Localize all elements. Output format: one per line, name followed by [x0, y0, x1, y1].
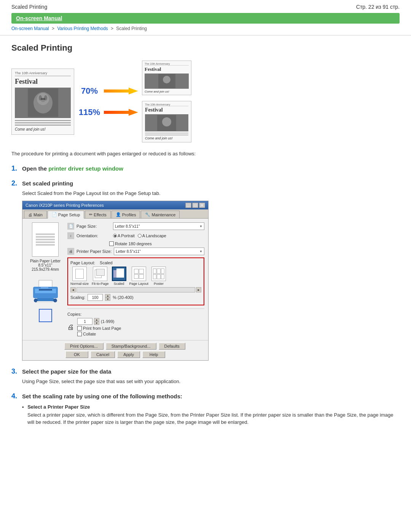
copies-input[interactable]: 1	[77, 318, 92, 325]
landscape-radio[interactable]: A Landscape	[138, 233, 166, 238]
landscape-label-icon: A	[142, 233, 145, 238]
printer-paper-label: Printer Paper Size:	[76, 249, 112, 254]
dialog-titlebar: Canon iX210P series Printing Preferences…	[22, 201, 208, 209]
dog-svg	[28, 88, 58, 117]
layout-page-box	[132, 267, 146, 281]
step-4: 4. Set the scaling rate by using one of …	[11, 392, 400, 426]
tab-effects[interactable]: ✏ Effects	[85, 211, 110, 218]
printer-paper-select[interactable]: Letter 8.5"x11" ▼	[114, 248, 204, 255]
step-2-title: Set scaled printing	[22, 180, 73, 187]
scroll-right-btn[interactable]: ►	[196, 287, 201, 292]
layout-poster[interactable]: Poster	[151, 267, 166, 286]
setting-orientation: ↕ Orientation: A Portrait A Land	[67, 232, 204, 239]
orientation-icon: ↕	[67, 232, 74, 239]
page-size-label: Page Size:	[76, 224, 111, 228]
stamp-background-button[interactable]: Stamp/Background...	[106, 343, 156, 350]
close-button[interactable]: ✕	[199, 203, 205, 208]
print-options-button[interactable]: Print Options...	[64, 343, 104, 350]
rotate-row: Rotate 180 degrees	[109, 241, 204, 246]
scaling-spin-up[interactable]: ▲	[105, 294, 110, 297]
defaults-button[interactable]: Defaults	[159, 343, 185, 350]
help-button[interactable]: Help	[142, 351, 165, 358]
scroll-track[interactable]	[76, 287, 195, 292]
preview-paper	[32, 222, 59, 257]
rotate-checkbox-box	[109, 241, 114, 246]
breadcrumb-link-2[interactable]: Various Printing Methods	[57, 26, 108, 31]
preview-label: Plain Paper Letter 8.5"x11" 215.9x279.4m…	[26, 259, 64, 272]
cancel-button[interactable]: Cancel	[91, 351, 115, 358]
tab-main[interactable]: 🖨 Main	[24, 211, 47, 218]
svg-rect-17	[37, 298, 54, 301]
copies-spin-down[interactable]: ▼	[94, 321, 99, 325]
scaling-label: Scaling:	[70, 295, 85, 300]
dialog-tabs: 🖨 Main 📄 Page Setup ✏ Effects 👤 Profiles…	[22, 209, 208, 219]
percent-70: 70%	[78, 86, 101, 96]
festival-title-small: Festival	[145, 66, 189, 72]
orientation-label: Orientation:	[76, 233, 111, 238]
minimize-button[interactable]: _	[185, 203, 191, 208]
svg-point-13	[162, 117, 171, 126]
step-4-title: Set the scaling rate by using one of the…	[22, 393, 182, 399]
green-banner: On-screen Manual	[11, 13, 400, 24]
festival-anniversary: The 10th Anniversary	[15, 71, 71, 76]
step-3: 3. Select the paper size for the data Us…	[11, 367, 400, 385]
setting-page-size: 📄 Page Size: Letter 8.5"x11" ▼	[67, 222, 204, 230]
layout-fit-box	[93, 267, 107, 281]
bullet-title: • Select a Printer Paper Size	[22, 404, 400, 410]
festival-card-large: The 10th Anniversary Festival	[11, 69, 74, 135]
illustration-center: 70% 115%	[78, 86, 138, 117]
rotate-checkbox[interactable]: Rotate 180 degrees	[109, 241, 204, 246]
dialog-titlebar-buttons: _ □ ✕	[185, 203, 205, 208]
scaling-spin-down[interactable]: ▼	[105, 297, 110, 301]
festival-come: Come and join us!	[15, 127, 71, 131]
ok-button[interactable]: OK	[65, 351, 88, 358]
page-header: Scaled Printing Стр. 22 из 91 стр.	[0, 0, 411, 13]
tab-profiles[interactable]: 👤 Profiles	[112, 211, 140, 218]
page-size-select[interactable]: Letter 8.5"x11" ▼	[113, 222, 204, 230]
preview-lines	[36, 233, 55, 246]
preview-small-square	[39, 309, 52, 322]
dialog-footer: Print Options... Stamp/Background... Def…	[22, 340, 208, 360]
svg-point-7	[41, 100, 45, 102]
copies-printer-icon: 🖨	[67, 323, 74, 331]
tab-maintenance[interactable]: 🔧 Maintenance	[141, 211, 180, 218]
layout-page[interactable]: Page Layout	[129, 267, 149, 286]
festival-card-medium: The 10th Anniversary Festival Come and j…	[142, 101, 191, 142]
banner-label: On-screen Manual	[16, 15, 62, 21]
dialog-settings: 📄 Page Size: Letter 8.5"x11" ▼ ↕ Orienta…	[67, 222, 204, 336]
printer-driver-link[interactable]: printer driver setup window	[48, 165, 123, 172]
bullet-item-1: • Select a Printer Paper Size Select a p…	[22, 404, 400, 426]
step-4-number: 4.	[11, 392, 19, 400]
illustration-right: The 10th Anniversary Festival Come and j…	[142, 61, 191, 142]
description-text: The procedure for printing a document wi…	[11, 150, 400, 158]
setting-printer-paper: 🖨 Printer Paper Size: Letter 8.5"x11" ▼	[67, 248, 204, 255]
collate-checkbox[interactable]: Collate	[77, 332, 121, 336]
breadcrumb-link-1[interactable]: On-screen Manual	[11, 26, 49, 31]
arrow-row-115: 115%	[78, 107, 138, 117]
layout-normal-box	[72, 267, 87, 281]
print-from-last-checkbox[interactable]: Print from Last Page	[77, 326, 121, 331]
layout-scaled[interactable]: Scaled	[112, 267, 126, 286]
portrait-radio[interactable]: A Portrait	[113, 233, 135, 238]
copies-spin-up[interactable]: ▲	[94, 318, 99, 321]
dialog-title: Canon iX210P series Printing Preferences	[25, 203, 104, 208]
scroll-left-btn[interactable]: ◄	[70, 287, 76, 292]
step-2: 2. Set scaled printing Select Scaled fro…	[11, 179, 400, 361]
scrollbar: ◄ ►	[70, 287, 201, 292]
arrow-70	[104, 87, 138, 95]
maximize-button[interactable]: □	[192, 203, 198, 208]
scaling-input[interactable]: 100	[88, 294, 103, 301]
layout-fit[interactable]: Fit-to-Page	[92, 267, 109, 286]
festival-title-large: Festival	[15, 78, 71, 86]
step-3-body: Using Page Size, select the page size th…	[22, 378, 400, 385]
step-3-number: 3.	[11, 367, 19, 375]
tab-page-setup[interactable]: 📄 Page Setup	[48, 211, 84, 219]
apply-button[interactable]: Apply	[117, 351, 140, 358]
svg-marker-8	[104, 88, 138, 94]
breadcrumb-current: Scaled Printing	[116, 26, 147, 31]
copies-spinbox: ▲ ▼	[94, 318, 99, 325]
illustration: The 10th Anniversary Festival	[11, 61, 400, 142]
step-1-title: Open the printer driver setup window	[22, 165, 123, 172]
layout-normal[interactable]: Normal-size	[70, 267, 89, 286]
copies-label: Copies:	[67, 312, 204, 316]
